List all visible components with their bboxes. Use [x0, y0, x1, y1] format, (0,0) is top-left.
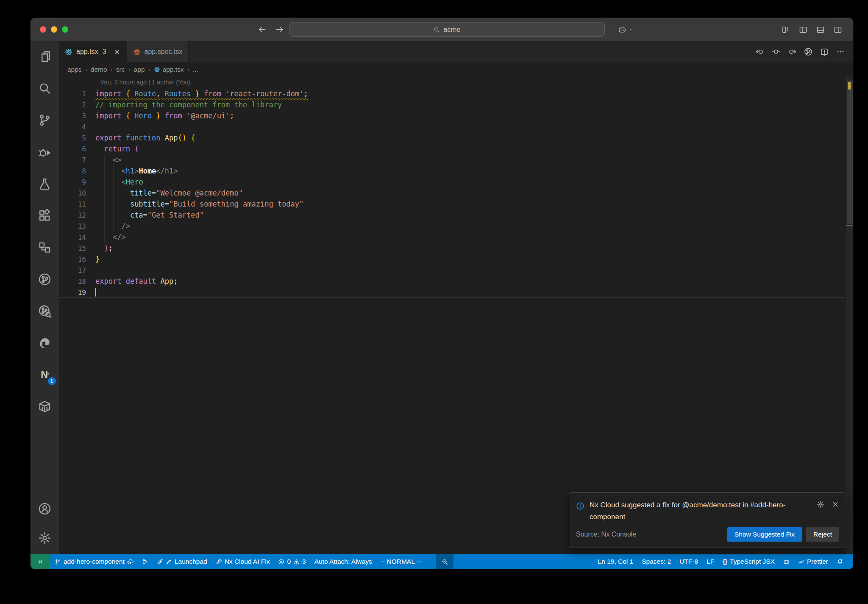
circle-branch-icon [804, 48, 812, 56]
tab-label: app.tsx [76, 48, 98, 56]
code-line-18: 18export default App; [59, 276, 845, 287]
layout-sidebar-right-button[interactable] [834, 25, 842, 34]
customize-layout-button[interactable] [782, 25, 790, 34]
breadcrumb-item[interactable]: demo [91, 66, 107, 73]
activity-commit-graph[interactable] [37, 303, 53, 319]
activity-run-and-debug[interactable] [37, 144, 53, 159]
minimize-window-button[interactable] [51, 26, 57, 33]
code-text: subtitle="Build something amazing today" [95, 199, 303, 210]
activity-project-graph[interactable] [37, 271, 53, 287]
status-nx-cloud-ai-fix[interactable]: Nx Cloud AI Fix [211, 554, 274, 569]
editor-actions [747, 41, 853, 62]
tab-app-spec-tsx[interactable]: app.spec.tsx [127, 41, 189, 62]
breadcrumb-item[interactable]: app [134, 66, 145, 73]
notification-settings-button[interactable] [817, 501, 824, 508]
close-notification-button[interactable] [832, 501, 839, 508]
code-text: <h1>Home</h1> [95, 165, 178, 176]
activity-explorer[interactable] [37, 49, 53, 64]
activity-extensions[interactable] [37, 208, 53, 223]
status-gitlens-launchpad[interactable]: Launchpad [153, 554, 211, 569]
account-icon [38, 502, 51, 515]
scrollbar-slider[interactable] [847, 81, 853, 224]
breadcrumb-item[interactable]: ... [193, 66, 198, 73]
activity-remote-explorer[interactable] [37, 240, 53, 255]
status-problems[interactable]: 03 [274, 554, 310, 569]
activity-settings[interactable] [37, 530, 53, 545]
code-line-19: 19 [59, 287, 845, 298]
command-center-search[interactable]: acme [289, 22, 605, 37]
activity-testing[interactable] [37, 176, 53, 191]
status-text: -- NORMAL -- [381, 558, 421, 565]
activity-source-control[interactable] [37, 112, 53, 128]
activity-badge: 1 [48, 377, 56, 385]
status-encoding[interactable]: UTF-8 [675, 554, 702, 569]
status-prettier[interactable]: Prettier [794, 554, 832, 569]
layout-sidebar-left-button[interactable] [799, 25, 807, 34]
activity-nx-console[interactable]: N›1 [37, 367, 53, 382]
split-editor-button[interactable] [820, 48, 829, 56]
layout-panel-button[interactable] [816, 25, 825, 34]
status-text: UTF-8 [679, 558, 698, 565]
close-tab-button[interactable] [113, 48, 121, 56]
editor-scrollbar[interactable] [846, 76, 853, 554]
pencil-icon [166, 559, 172, 565]
tab-app-tsx[interactable]: app.tsx3 [59, 41, 127, 62]
arrow-right-icon [275, 25, 284, 34]
status-copilot-status[interactable] [779, 554, 794, 569]
code-line-6: 6 return ( [59, 143, 845, 154]
nav-dot-circle-icon [772, 48, 780, 56]
braces-icon: {} [723, 558, 727, 565]
nav-forward-circle-button[interactable] [788, 48, 796, 56]
code-line-13: 13 /> [59, 221, 845, 232]
nav-back-circle-button[interactable] [756, 48, 764, 56]
line-number: 18 [59, 277, 86, 285]
window-controls [31, 26, 68, 33]
history-nav [258, 25, 284, 34]
activity-edge-devtools[interactable] [37, 335, 53, 350]
copilot-menu[interactable] [618, 25, 634, 34]
status-eol[interactable]: LF [702, 554, 718, 569]
line-number: 8 [59, 167, 86, 175]
status-text: LF [707, 558, 714, 565]
zoom-window-button[interactable] [62, 26, 68, 33]
status-cursor-position[interactable]: Ln 19, Col 1 [594, 554, 638, 569]
status-vim-mode[interactable]: -- NORMAL -- [376, 554, 425, 569]
circle-branch-button[interactable] [804, 48, 812, 56]
status-git-branch[interactable]: add-hero-component [50, 554, 138, 569]
status-text: Nx Cloud AI Fix [225, 558, 270, 565]
nav-back-circle-icon [756, 48, 764, 56]
activity-search[interactable] [37, 81, 53, 96]
show-suggested-fix-button[interactable]: Show Suggested Fix [727, 527, 802, 542]
activity-containers[interactable] [37, 399, 53, 414]
status-language-mode[interactable]: {}TypeScript JSX [718, 554, 779, 569]
info-icon-slot [576, 499, 584, 523]
status-auto-attach[interactable]: Auto Attach: Always [310, 554, 376, 569]
arrow-left-button[interactable] [258, 25, 267, 34]
status-remote-indicator[interactable] [31, 554, 50, 569]
status-commit-graph[interactable] [138, 554, 153, 569]
beaker-icon [38, 177, 51, 190]
arrow-right-button[interactable] [275, 25, 284, 34]
code-text: cta="Get Started" [95, 210, 204, 221]
customize-layout-icon [782, 25, 790, 34]
reject-button[interactable]: Reject [806, 527, 839, 542]
breadcrumb-separator: › [85, 66, 87, 73]
copilot-icon [783, 559, 790, 565]
code-editor[interactable]: You, 3 hours ago | 1 author (You) 1impor… [59, 76, 853, 554]
warning-icon [293, 559, 300, 565]
activity-accounts[interactable] [37, 501, 53, 516]
status-notifications-bell[interactable] [832, 554, 847, 569]
code-line-5: 5export function App() { [59, 132, 845, 143]
breadcrumb-item[interactable]: apps [67, 66, 82, 73]
status-indentation[interactable]: Spaces: 2 [637, 554, 675, 569]
double-check-icon [798, 559, 804, 565]
nav-dot-circle-button[interactable] [772, 48, 780, 56]
more-button[interactable] [836, 48, 845, 56]
close-window-button[interactable] [40, 26, 46, 33]
remote-pair-icon [38, 241, 51, 254]
status-zoom-out[interactable] [436, 554, 453, 569]
breadcrumb-item[interactable]: app.tsx [154, 66, 184, 73]
line-number: 14 [59, 233, 86, 241]
status-text: Auto Attach: Always [314, 558, 372, 565]
breadcrumb-item[interactable]: src [116, 66, 125, 73]
